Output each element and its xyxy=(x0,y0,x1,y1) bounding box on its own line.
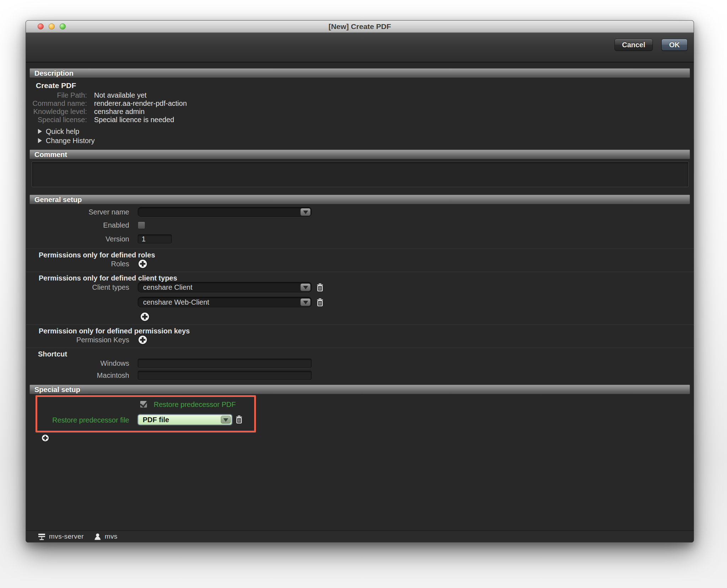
description-row-command: Command name: renderer.aa-render-pdf-act… xyxy=(26,99,694,108)
trash-icon xyxy=(316,283,324,292)
section-header-special-setup: Special setup xyxy=(29,385,690,394)
command-name-label: Command name: xyxy=(26,99,94,108)
version-row: Version xyxy=(26,234,694,244)
roles-label: Roles xyxy=(26,260,138,268)
chevron-down-icon[interactable] xyxy=(300,283,311,291)
cancel-button[interactable]: Cancel xyxy=(614,39,653,51)
delete-client-type-button[interactable] xyxy=(316,298,324,307)
section-header-description: Description xyxy=(29,68,690,78)
create-pdf-dialog: [New] Create PDF Cancel OK Description C… xyxy=(26,20,694,543)
disclosure-triangle-icon xyxy=(38,138,42,143)
comment-input[interactable] xyxy=(32,162,689,187)
toolbar: Cancel OK xyxy=(26,33,694,62)
disclosure-triangle-icon xyxy=(38,129,42,134)
enabled-checkbox[interactable] xyxy=(138,222,145,229)
windows-shortcut-row: Windows xyxy=(26,359,694,368)
trash-icon xyxy=(316,298,324,307)
subheader-shortcut: Shortcut xyxy=(26,348,694,356)
add-client-type-button[interactable] xyxy=(140,312,150,322)
subheader-client-types: Permissions only for defined client type… xyxy=(26,272,694,281)
server-name-dropdown[interactable] xyxy=(138,207,312,217)
restore-predecessor-pdf-checkbox[interactable] xyxy=(140,401,147,408)
change-history-disclosure[interactable]: Change History xyxy=(26,136,694,145)
macintosh-label: Macintosh xyxy=(26,371,138,380)
delete-restore-file-button[interactable] xyxy=(235,415,243,424)
restore-predecessor-file-dropdown[interactable]: PDF file xyxy=(138,414,232,425)
special-setup-body: Restore predecessor PDF Restore predeces… xyxy=(26,394,694,448)
zoom-button[interactable] xyxy=(60,23,66,29)
version-label: Version xyxy=(26,235,138,243)
add-icon xyxy=(140,312,150,322)
traffic-lights xyxy=(38,23,66,29)
restore-predecessor-file-label: Restore predecessor file xyxy=(26,416,129,424)
enabled-label: Enabled xyxy=(26,221,138,229)
restore-predecessor-pdf-label: Restore predecessor PDF xyxy=(154,401,236,408)
filepath-value: Not available yet xyxy=(94,91,147,99)
delete-client-type-button[interactable] xyxy=(316,283,324,292)
status-bar: mvs-server mvs xyxy=(26,530,694,542)
command-title: Create PDF xyxy=(36,81,694,90)
change-history-label: Change History xyxy=(46,137,95,145)
server-icon xyxy=(38,533,46,541)
knowledge-level-value: censhare admin xyxy=(94,108,144,116)
desktop-background: [New] Create PDF Cancel OK Description C… xyxy=(0,0,727,588)
knowledge-level-label: Knowledge level: xyxy=(26,108,94,116)
client-type-dropdown[interactable]: censhare Client xyxy=(138,282,312,293)
special-license-value: Special licence is needed xyxy=(94,116,174,124)
filepath-label: File Path: xyxy=(26,91,94,99)
client-type-row: Client types censhare Client xyxy=(26,282,694,293)
restore-predecessor-file-value: PDF file xyxy=(143,416,169,424)
section-header-comment: Comment xyxy=(29,149,690,159)
user-name: mvs xyxy=(105,533,117,540)
minimize-button[interactable] xyxy=(49,23,55,29)
section-header-general-setup: General setup xyxy=(29,195,690,204)
description-row-filepath: File Path: Not available yet xyxy=(26,91,694,99)
server-status: mvs-server xyxy=(38,533,84,541)
add-client-type-row xyxy=(26,312,694,322)
enabled-row: Enabled xyxy=(26,221,694,229)
command-name-value: renderer.aa-render-pdf-action xyxy=(94,99,187,108)
user-icon xyxy=(94,533,102,541)
windows-label: Windows xyxy=(26,359,138,368)
add-icon xyxy=(138,259,148,269)
macintosh-shortcut-row: Macintosh xyxy=(26,371,694,380)
quick-help-label: Quick help xyxy=(46,127,80,136)
close-button[interactable] xyxy=(38,23,44,29)
macintosh-shortcut-field[interactable] xyxy=(138,371,312,380)
quick-help-disclosure[interactable]: Quick help xyxy=(26,127,694,136)
chevron-down-icon[interactable] xyxy=(221,416,231,424)
add-role-button[interactable] xyxy=(138,259,148,269)
server-name: mvs-server xyxy=(49,533,84,540)
ok-button[interactable]: OK xyxy=(661,39,688,51)
server-name-label: Server name xyxy=(26,208,138,216)
add-icon xyxy=(138,335,148,345)
description-row-knowledge: Knowledge level: censhare admin xyxy=(26,108,694,116)
subheader-permission-keys: Permission only for defined permission k… xyxy=(26,325,694,333)
subheader-roles: Permissions only for defined roles xyxy=(26,249,694,257)
chevron-down-icon[interactable] xyxy=(300,298,311,306)
window-title: [New] Create PDF xyxy=(26,21,694,32)
roles-row: Roles xyxy=(26,259,694,269)
dialog-content: Description Create PDF File Path: Not av… xyxy=(26,62,694,530)
chevron-down-icon[interactable] xyxy=(300,208,311,216)
special-license-label: Special license: xyxy=(26,116,94,124)
permission-keys-row: Permission Keys xyxy=(26,335,694,345)
client-type-row: censhare Web-Client xyxy=(26,297,694,307)
version-field[interactable] xyxy=(138,234,172,244)
client-type-value: censhare Web-Client xyxy=(143,298,209,306)
description-row-license: Special license: Special licence is need… xyxy=(26,116,694,124)
trash-icon xyxy=(235,415,243,424)
user-status: mvs xyxy=(94,533,117,541)
titlebar[interactable]: [New] Create PDF xyxy=(26,21,694,33)
windows-shortcut-field[interactable] xyxy=(138,359,312,368)
client-type-value: censhare Client xyxy=(143,283,192,291)
permission-keys-label: Permission Keys xyxy=(26,336,138,344)
add-special-setup-button[interactable] xyxy=(41,434,49,442)
server-name-row: Server name xyxy=(26,207,694,217)
client-type-dropdown[interactable]: censhare Web-Client xyxy=(138,297,312,307)
add-icon xyxy=(41,434,49,442)
client-types-label: Client types xyxy=(26,283,138,292)
add-permission-key-button[interactable] xyxy=(138,335,148,345)
